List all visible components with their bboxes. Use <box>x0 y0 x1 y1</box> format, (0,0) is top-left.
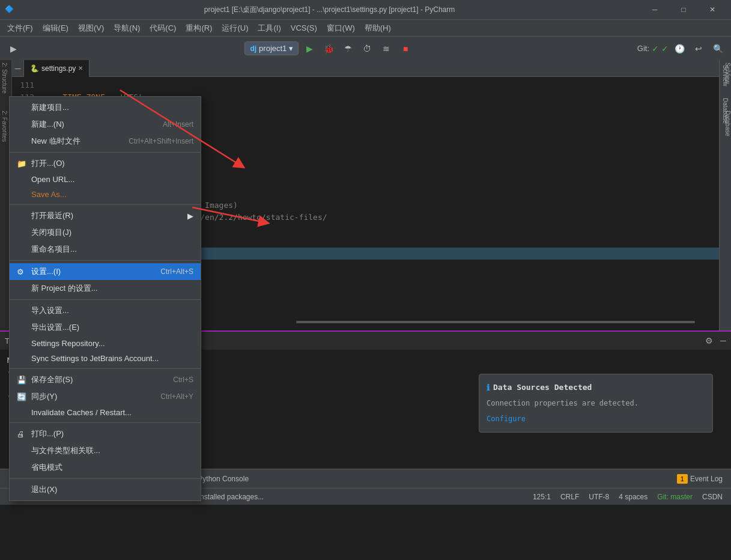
notification-configure-link[interactable]: Configure <box>487 413 705 425</box>
menu-vcs[interactable]: VCS(S) <box>286 21 322 35</box>
fm-recent[interactable]: 打开最近(R) ▶ <box>10 207 201 224</box>
menu-code[interactable]: 代码(C) <box>145 20 181 36</box>
print-icon: 🖨 <box>17 430 28 439</box>
fm-new-project[interactable]: 新建项目... <box>10 99 201 116</box>
project-name: project1 <box>259 44 287 53</box>
save-all-icon: 💾 <box>17 376 28 385</box>
menu-help[interactable]: 帮助(H) <box>360 20 396 36</box>
project-selector[interactable]: dj project1 ▾ <box>244 41 299 55</box>
status-csdn: CSDN <box>699 493 726 501</box>
bottom-tab-event-log[interactable]: 1 Event Log <box>671 472 729 486</box>
toolbar-btn-1[interactable]: ▶ <box>5 40 22 57</box>
dropdown-icon: ▾ <box>289 44 293 53</box>
fm-new-scratch[interactable]: New 临时文件 Ctrl+Alt+Shift+Insert <box>10 133 201 150</box>
coverage-btn[interactable]: ☂ <box>339 40 356 57</box>
fm-new-project-settings[interactable]: 新 Project 的设置... <box>10 280 201 297</box>
collapse-btn[interactable]: ─ <box>12 60 24 77</box>
close-btn[interactable]: ✕ <box>699 0 726 19</box>
menu-file[interactable]: 文件(F) <box>2 20 38 36</box>
concurrency-btn[interactable]: ≋ <box>378 40 395 57</box>
git-check2[interactable]: ✓ <box>661 44 669 53</box>
minimize-btn[interactable]: ─ <box>641 0 669 19</box>
maximize-btn[interactable]: □ <box>670 0 697 19</box>
toolbar: ▶ dj project1 ▾ ▶ 🐞 ☂ ⏱ ≋ ■ Git: ✓ ✓ 🕐 ↩… <box>0 36 731 60</box>
fm-power-save[interactable]: 省电模式 <box>10 459 201 476</box>
menu-bar: 文件(F) 编辑(E) 视图(V) 导航(N) 代码(C) 重构(R) 运行(U… <box>0 19 731 36</box>
right-sidebar: SciView Database SciView Database <box>719 60 731 330</box>
title-bar: 🔷 project1 [E:\桌面\django\project1] - ...… <box>0 0 731 19</box>
fm-save-as[interactable]: Save As... <box>10 187 201 202</box>
menu-group-6: 💾 保存全部(S) Ctrl+S 🔄 同步(Y) Ctrl+Alt+Y Inva… <box>10 369 201 423</box>
tab-close-btn[interactable]: ✕ <box>78 65 83 72</box>
menu-group-4: ⚙ 设置...(I) Ctrl+Alt+S 新 Project 的设置... <box>10 261 201 300</box>
editor-tabs: ─ 🐍 settings.py ✕ <box>12 60 719 77</box>
app-icon: 🔷 <box>5 5 14 14</box>
menu-edit[interactable]: 编辑(E) <box>38 20 73 36</box>
fm-exit[interactable]: 退出(X) <box>10 481 201 498</box>
status-line-ending[interactable]: CRLF <box>557 493 583 501</box>
title-bar-text: project1 [E:\桌面\django\project1] - ...\p… <box>18 5 641 15</box>
status-position[interactable]: 125:1 <box>529 493 554 501</box>
menu-group-7: 🖨 打印...(P) 与文件类型相关联... 省电模式 <box>10 423 201 479</box>
fm-open[interactable]: 📁 打开...(O) <box>10 155 201 172</box>
fm-sync-settings[interactable]: Sync Settings to JetBrains Account... <box>10 351 201 366</box>
git-undo[interactable]: ↩ <box>690 40 707 57</box>
terminal-minimize-btn[interactable]: ─ <box>720 336 726 345</box>
search-btn[interactable]: 🔍 <box>709 40 726 57</box>
open-icon: 📁 <box>17 159 28 168</box>
favorites-panel[interactable]: 2: Favorites <box>0 108 9 144</box>
debug-btn[interactable]: 🐞 <box>320 40 337 57</box>
git-check1[interactable]: ✓ <box>652 44 659 53</box>
menu-group-3: 打开最近(R) ▶ 关闭项目(J) 重命名项目... <box>10 205 201 261</box>
event-log-badge: 1 <box>677 474 688 484</box>
settings-icon: ⚙ <box>17 267 28 276</box>
tab-icon: 🐍 <box>30 64 39 73</box>
horizontal-scrollbar[interactable] <box>296 321 695 323</box>
fm-settings-repo[interactable]: Settings Repository... <box>10 336 201 351</box>
file-menu: 新建项目... 新建...(N) Alt+Insert New 临时文件 Ctr… <box>9 96 201 501</box>
menu-tools[interactable]: 工具(I) <box>253 20 285 36</box>
fm-import-settings[interactable]: 导入设置... <box>10 302 201 319</box>
menu-window[interactable]: 窗口(W) <box>322 20 360 36</box>
stop-btn[interactable]: ■ <box>397 40 414 57</box>
menu-refactor[interactable]: 重构(R) <box>181 20 217 36</box>
structure-panel[interactable]: 2: Structure <box>0 60 9 96</box>
notification-text: Connection properties are detected. <box>487 397 705 409</box>
tab-filename: settings.py <box>41 64 76 73</box>
fm-invalidate-caches[interactable]: Invalidate Caches / Restart... <box>10 405 201 420</box>
notification-box: ℹ Data Sources Detected Connection prope… <box>479 374 713 433</box>
status-encoding[interactable]: UTF-8 <box>585 493 613 501</box>
sciview-label[interactable]: SciView <box>719 60 731 86</box>
sync-files-icon: 🔄 <box>17 392 28 401</box>
fm-rename-project[interactable]: 重命名项目... <box>10 241 201 258</box>
git-section: Git: ✓ ✓ 🕐 ↩ <box>637 40 707 57</box>
fm-new[interactable]: 新建...(N) Alt+Insert <box>10 116 201 133</box>
fm-associate-filetype[interactable]: 与文件类型相关联... <box>10 442 201 459</box>
git-history[interactable]: 🕐 <box>671 40 688 57</box>
menu-group-5: 导入设置... 导出设置...(E) Settings Repository..… <box>10 300 201 369</box>
git-label: Git: <box>637 44 649 53</box>
settings-tab[interactable]: 🐍 settings.py ✕ <box>24 60 89 77</box>
database-label[interactable]: Database <box>719 108 731 139</box>
menu-group-1: 新建项目... 新建...(N) Alt+Insert New 临时文件 Ctr… <box>10 97 201 153</box>
fm-export-settings[interactable]: 导出设置...(E) <box>10 319 201 336</box>
dj-icon: dj <box>250 44 256 53</box>
fm-settings[interactable]: ⚙ 设置...(I) Ctrl+Alt+S <box>10 263 201 280</box>
menu-nav[interactable]: 导航(N) <box>109 20 145 36</box>
code-line-111 <box>39 79 719 91</box>
menu-run[interactable]: 运行(U) <box>217 20 253 36</box>
fm-close-project[interactable]: 关闭项目(J) <box>10 224 201 241</box>
fm-print[interactable]: 🖨 打印...(P) <box>10 425 201 442</box>
status-indent[interactable]: 4 spaces <box>615 493 651 501</box>
profile-btn[interactable]: ⏱ <box>359 40 375 57</box>
terminal-settings-btn[interactable]: ⚙ <box>705 336 713 345</box>
fm-sync[interactable]: 🔄 同步(Y) Ctrl+Alt+Y <box>10 388 201 405</box>
main-area: 2: Structure 2: Favorites ─ 🐍 settings.p… <box>0 60 731 330</box>
menu-view[interactable]: 视图(V) <box>73 20 109 36</box>
status-git[interactable]: Git: master <box>654 493 696 501</box>
info-icon: ℹ <box>487 382 490 394</box>
run-btn[interactable]: ▶ <box>301 40 318 57</box>
window-controls: ─ □ ✕ <box>641 0 726 19</box>
fm-open-url[interactable]: Open URL... <box>10 172 201 187</box>
fm-save-all[interactable]: 💾 保存全部(S) Ctrl+S <box>10 371 201 388</box>
